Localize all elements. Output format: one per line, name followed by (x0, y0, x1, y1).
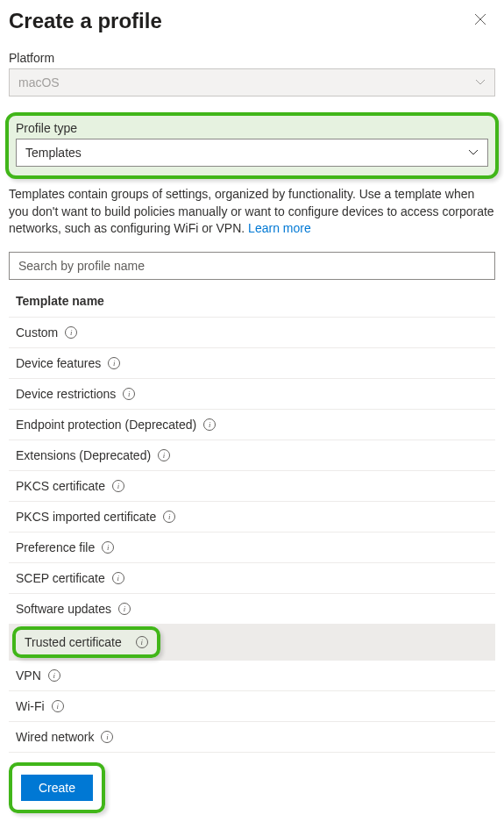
info-icon[interactable]: i (65, 326, 77, 339)
template-row[interactable]: Customi (9, 318, 495, 348)
template-row[interactable]: Trusted certificatei (9, 625, 495, 661)
info-icon[interactable]: i (118, 603, 131, 615)
template-name: SCEP certificate (16, 571, 105, 585)
platform-select[interactable]: macOS (9, 68, 495, 96)
template-name: VPN (16, 668, 41, 683)
chevron-down-icon (475, 79, 486, 86)
template-name: Device features (16, 356, 101, 370)
info-icon[interactable]: i (48, 669, 60, 682)
template-row[interactable]: Device featuresi (9, 348, 495, 379)
template-row[interactable]: SCEP certificatei (9, 563, 495, 594)
template-name: PKCS certificate (16, 479, 105, 493)
info-icon[interactable]: i (102, 541, 114, 554)
info-icon[interactable]: i (112, 572, 124, 584)
template-row[interactable]: Wired networki (9, 722, 495, 753)
template-name: Preference file (16, 540, 95, 554)
info-icon[interactable]: i (158, 449, 170, 461)
page-title: Create a profile (9, 9, 162, 33)
info-icon[interactable]: i (136, 636, 148, 648)
info-icon[interactable]: i (101, 731, 113, 743)
profile-type-highlight: Profile type Templates (5, 112, 499, 179)
template-name: Software updates (16, 602, 111, 616)
search-input[interactable] (9, 252, 495, 280)
profile-type-select[interactable]: Templates (16, 139, 488, 167)
create-button-highlight: Create (9, 762, 105, 813)
template-row[interactable]: Device restrictionsi (9, 379, 495, 410)
template-row[interactable]: Preference filei (9, 533, 495, 563)
profile-type-label: Profile type (16, 121, 488, 135)
chevron-down-icon (468, 149, 479, 156)
platform-value: macOS (18, 75, 60, 89)
table-header-template-name[interactable]: Template name (9, 285, 495, 318)
template-row[interactable]: Software updatesi (9, 594, 495, 625)
learn-more-link[interactable]: Learn more (248, 221, 311, 235)
platform-label: Platform (9, 51, 495, 65)
info-icon[interactable]: i (163, 511, 175, 523)
template-name: PKCS imported certificate (16, 510, 156, 524)
info-icon[interactable]: i (112, 480, 124, 492)
template-row[interactable]: VPNi (9, 661, 495, 691)
info-icon[interactable]: i (52, 700, 64, 712)
template-list: CustomiDevice featuresiDevice restrictio… (9, 318, 495, 753)
close-icon (474, 13, 486, 25)
template-row[interactable]: Extensions (Deprecated)i (9, 440, 495, 471)
template-name: Endpoint protection (Deprecated) (16, 418, 196, 432)
template-name: Device restrictions (16, 387, 116, 401)
info-icon[interactable]: i (123, 388, 135, 400)
template-row[interactable]: PKCS imported certificatei (9, 502, 495, 533)
template-row[interactable]: Wi-Fii (9, 691, 495, 722)
template-name: Wired network (16, 730, 94, 744)
close-button[interactable] (471, 10, 490, 32)
template-name: Wi-Fi (16, 699, 45, 713)
template-name: Custom (16, 325, 58, 340)
template-highlight: Trusted certificatei (12, 626, 160, 658)
template-row[interactable]: Endpoint protection (Deprecated)i (9, 410, 495, 440)
create-button[interactable]: Create (21, 775, 93, 801)
info-icon[interactable]: i (203, 418, 216, 431)
profile-type-value: Templates (25, 146, 82, 160)
description-text: Templates contain groups of settings, or… (9, 186, 495, 238)
template-name: Trusted certificate (25, 635, 122, 649)
template-name: Extensions (Deprecated) (16, 448, 151, 462)
template-row[interactable]: PKCS certificatei (9, 471, 495, 502)
info-icon[interactable]: i (108, 357, 120, 369)
